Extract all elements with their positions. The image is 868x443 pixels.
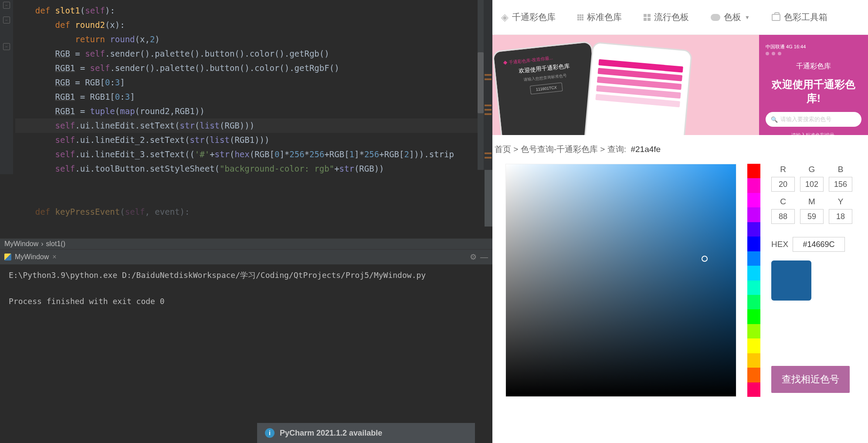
- browser-pane: ◈ 千通彩色库 标准色库 流行色板 色板 ▼ 色彩工具箱 ◆ 千通彩色库-改造你…: [492, 0, 868, 443]
- diamond-icon: ◈: [501, 12, 509, 23]
- hue-segment[interactable]: [747, 309, 760, 324]
- nav-label: 千通彩色库: [512, 11, 556, 23]
- editor-scrollbar[interactable]: [478, 0, 484, 170]
- hue-segment[interactable]: [747, 353, 760, 368]
- code-line[interactable]: RGB = RGB[0:3]: [15, 75, 492, 90]
- code-line[interactable]: RGB1 = self.sender().palette().button().…: [15, 61, 492, 75]
- cmy-input-m[interactable]: [800, 209, 824, 224]
- code-line[interactable]: [15, 190, 492, 205]
- search-placeholder: 请输入要搜索的色号: [780, 115, 831, 123]
- grid-icon: [577, 14, 583, 20]
- color-picker: RGB CMY HEX 查找相近色号: [492, 164, 868, 443]
- cmy-input-c[interactable]: [771, 209, 795, 224]
- hue-slider[interactable]: [747, 164, 760, 397]
- rgb-cell: G: [800, 165, 824, 192]
- page-breadcrumb: 首页 > 色号查询-千通彩色库 > 查询: #21a4fe: [492, 135, 868, 164]
- promo-footnote: 请输入标准色彩编号,: [766, 132, 861, 135]
- status-bar: 中国联通 4G 16:44: [766, 44, 861, 50]
- code-line[interactable]: [15, 176, 492, 190]
- close-icon[interactable]: ×: [52, 253, 56, 261]
- minimize-icon[interactable]: —: [480, 253, 488, 262]
- rgb-label: R: [771, 165, 795, 174]
- hue-segment[interactable]: [747, 266, 760, 280]
- code-line[interactable]: def keyPressEvent(self, event):: [15, 205, 492, 219]
- phone-button: 111601TCX: [530, 82, 563, 95]
- hue-segment[interactable]: [747, 368, 760, 382]
- code-line[interactable]: self.ui.toolButton.setStyleSheet("backgr…: [15, 162, 492, 176]
- rgb-input-g[interactable]: [800, 177, 824, 192]
- code-line[interactable]: def slot1(self):: [15, 3, 492, 18]
- hue-segment[interactable]: [747, 338, 760, 353]
- cmy-label: M: [800, 197, 824, 206]
- run-tab-label[interactable]: MyWindow: [15, 253, 49, 261]
- breadcrumb-item[interactable]: MyWindow: [4, 240, 38, 248]
- hue-segment[interactable]: [747, 237, 760, 251]
- nav-item-qiantong[interactable]: ◈ 千通彩色库: [501, 11, 556, 23]
- nav-item-palette[interactable]: 色板 ▼: [711, 11, 750, 23]
- code-line[interactable]: RGB1 = RGB1[0:3]: [15, 90, 492, 104]
- nav-label: 标准色库: [587, 11, 622, 23]
- promo-search[interactable]: 🔍 请输入要搜索的色号: [766, 112, 861, 127]
- rgb-label: B: [829, 165, 852, 174]
- code-line[interactable]: self.ui.lineEdit.setText(str(list(RGB))): [15, 118, 492, 133]
- cmy-label: Y: [829, 197, 852, 206]
- console-line: Process finished with exit code 0: [9, 295, 484, 308]
- cmy-cell: C: [771, 197, 795, 224]
- nav-label: 色板: [724, 11, 741, 23]
- code-editor[interactable]: def slot1(self): def round2(x): return r…: [0, 0, 492, 238]
- rgb-label: G: [800, 165, 824, 174]
- cmy-cell: M: [800, 197, 824, 224]
- notification-banner[interactable]: i PyCharm 2021.1.2 available: [257, 423, 475, 443]
- crumb-home[interactable]: 首页: [495, 145, 511, 154]
- hue-segment[interactable]: [747, 281, 760, 295]
- rgb-cell: R: [771, 165, 795, 192]
- rgb-input-b[interactable]: [829, 177, 852, 192]
- cloud-icon: [711, 14, 720, 21]
- cmy-input-y[interactable]: [829, 209, 852, 224]
- console-output[interactable]: E:\Python3.9\python.exe D:/BaiduNetdiskW…: [0, 264, 492, 443]
- hex-input[interactable]: [793, 237, 845, 252]
- console-line: E:\Python3.9\python.exe D:/BaiduNetdiskW…: [9, 269, 484, 282]
- hex-label: HEX: [771, 240, 788, 249]
- color-swatch: [771, 260, 811, 301]
- hue-segment[interactable]: [747, 251, 760, 266]
- code-line[interactable]: RGB1 = tuple(map(round2,RGB1)): [15, 104, 492, 118]
- nav-item-tools[interactable]: 色彩工具箱: [772, 11, 827, 23]
- hue-segment[interactable]: [747, 222, 760, 237]
- promo-subtitle: 欢迎使用千通彩色库!: [766, 78, 861, 105]
- rgb-cell: B: [829, 165, 852, 192]
- hue-segment[interactable]: [747, 324, 760, 338]
- hue-segment[interactable]: [747, 164, 760, 178]
- hue-segment[interactable]: [747, 382, 760, 397]
- hue-segment[interactable]: [747, 207, 760, 222]
- saturation-value-area[interactable]: [505, 164, 736, 397]
- code-line[interactable]: self.ui.lineEdit_2.setText(str(list(RGB1…: [15, 133, 492, 147]
- editor-scrollbar-handle[interactable]: [485, 170, 492, 227]
- briefcase-icon: [772, 14, 780, 21]
- chevron-down-icon: ▼: [745, 14, 750, 20]
- rgb-input-r[interactable]: [771, 177, 795, 192]
- hue-segment[interactable]: [747, 178, 760, 193]
- grid-icon: [644, 14, 651, 21]
- ide-pane: − − − def slot1(self): def round2(x): re…: [0, 0, 492, 443]
- status-icons: [766, 52, 861, 55]
- phone-mockup: [584, 41, 692, 135]
- breadcrumb-item[interactable]: slot1(): [46, 240, 65, 248]
- code-line[interactable]: RGB = self.sender().palette().button().c…: [15, 47, 492, 61]
- gear-icon[interactable]: ⚙: [470, 252, 477, 262]
- code-line[interactable]: return round(x,2): [15, 32, 492, 47]
- code-line[interactable]: def round2(x):: [15, 18, 492, 32]
- code-line[interactable]: self.ui.lineEdit_3.setText(('#'+str(hex(…: [15, 147, 492, 162]
- minimap[interactable]: [484, 0, 492, 170]
- hue-segment[interactable]: [747, 295, 760, 309]
- picker-cursor[interactable]: [702, 256, 708, 262]
- chevron-right-icon: ›: [41, 240, 43, 248]
- nav-item-trend[interactable]: 流行色板: [644, 11, 689, 23]
- nav-item-standard[interactable]: 标准色库: [577, 11, 622, 23]
- hue-segment[interactable]: [747, 193, 760, 207]
- value-panel: RGB CMY HEX 查找相近色号: [771, 164, 864, 434]
- find-similar-button[interactable]: 查找相近色号: [771, 366, 850, 393]
- top-nav: ◈ 千通彩色库 标准色库 流行色板 色板 ▼ 色彩工具箱: [492, 0, 868, 35]
- crumb-section[interactable]: 色号查询-千通彩色库: [521, 145, 598, 154]
- crumb-query-label: 查询:: [607, 145, 626, 154]
